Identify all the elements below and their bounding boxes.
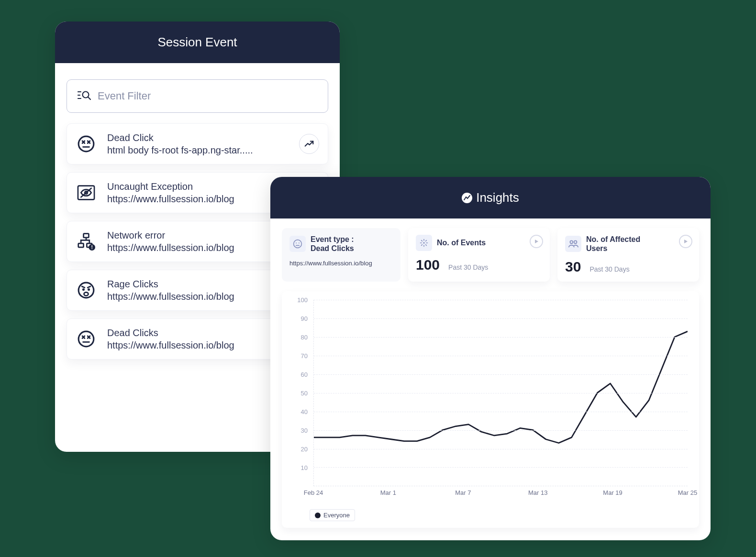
click-burst-icon (416, 235, 432, 251)
svg-point-33 (299, 243, 300, 244)
svg-point-46 (574, 241, 577, 244)
x-tick: Feb 24 (304, 489, 323, 496)
stat-card-users[interactable]: No. of Affected Users 30 Past 30 Days (557, 228, 699, 282)
gridline (314, 393, 688, 393)
chart-card: 100908070605040302010 Feb 24Mar 1Mar 7Ma… (282, 291, 699, 528)
session-event-header: Session Event (55, 22, 340, 63)
svg-point-5 (78, 136, 94, 152)
svg-marker-47 (684, 240, 688, 243)
x-tick: Mar 25 (678, 489, 697, 496)
x-tick: Mar 7 (455, 489, 471, 496)
stat-event-type-label: Event type : (311, 235, 354, 244)
gridline (314, 467, 688, 468)
chart-x-axis: Feb 24Mar 1Mar 7Mar 13Mar 19Mar 25 (313, 486, 688, 505)
stat-card-events[interactable]: No. of Events 100 Past 30 Days (408, 228, 550, 282)
svg-line-23 (88, 286, 90, 287)
y-tick: 20 (301, 446, 308, 453)
rage-face-icon (76, 280, 97, 301)
x-tick: Mar 1 (380, 489, 396, 496)
svg-point-24 (84, 292, 89, 295)
y-tick: 50 (301, 390, 308, 397)
insights-header: Insights (270, 177, 711, 218)
stat-events-label: No. of Events (437, 238, 486, 247)
dead-face-icon (76, 328, 97, 349)
chart-legend[interactable]: Everyone (310, 509, 355, 521)
event-subtitle: html body fs-root fs-app.ng-star..... (107, 144, 289, 156)
insights-body: Event type : Dead Clicks https://www.ful… (270, 218, 711, 537)
x-tick: Mar 13 (528, 489, 547, 496)
chart-plot (313, 300, 688, 486)
svg-rect-15 (78, 243, 84, 247)
legend-label: Everyone (323, 512, 350, 519)
event-title: Dead Click (107, 131, 289, 144)
play-icon[interactable] (679, 235, 692, 248)
y-tick: 100 (297, 296, 308, 304)
svg-rect-14 (84, 234, 89, 238)
users-icon (565, 236, 581, 252)
svg-point-25 (78, 331, 94, 347)
stat-event-type-value: Dead Clicks (311, 244, 354, 253)
gridline (314, 318, 688, 319)
gridline (314, 300, 688, 300)
svg-line-42 (422, 245, 422, 246)
filter-search-icon (78, 89, 91, 103)
gridline (314, 374, 688, 375)
eye-off-icon (76, 182, 97, 203)
session-event-title: Session Event (157, 35, 237, 50)
svg-line-40 (422, 240, 422, 241)
insights-title: Insights (476, 190, 519, 205)
event-filter-input[interactable]: Event Filter (67, 79, 328, 113)
gridline (314, 412, 688, 412)
y-tick: 10 (301, 464, 308, 471)
x-tick: Mar 19 (603, 489, 622, 496)
svg-point-32 (296, 243, 297, 244)
stat-events-period: Past 30 Days (448, 263, 488, 271)
insights-header-icon (462, 193, 472, 203)
gridline (314, 449, 688, 449)
svg-line-43 (426, 240, 427, 241)
svg-point-31 (294, 240, 302, 248)
stat-events-value: 100 (416, 257, 440, 273)
svg-point-21 (88, 288, 90, 291)
event-filter-placeholder: Event Filter (98, 90, 151, 102)
y-tick: 40 (301, 408, 308, 415)
svg-line-41 (426, 245, 427, 246)
network-icon: ! (76, 231, 97, 252)
stat-users-value: 30 (565, 259, 581, 275)
legend-dot-icon (315, 513, 321, 518)
svg-line-4 (88, 97, 90, 99)
stat-users-period: Past 30 Days (589, 265, 629, 273)
gridline (314, 430, 688, 431)
stat-users-label: No. of Affected Users (586, 235, 653, 253)
y-tick: 70 (301, 352, 308, 360)
insights-panel: Insights Event type : Dead Clicks https:… (270, 177, 711, 540)
y-tick: 30 (301, 427, 308, 434)
svg-point-45 (570, 241, 573, 244)
chart-y-axis: 100908070605040302010 (291, 300, 311, 486)
y-tick: 80 (301, 334, 308, 341)
svg-line-22 (82, 286, 85, 287)
stat-card-event-type[interactable]: Event type : Dead Clicks https://www.ful… (282, 228, 400, 282)
dead-face-icon (76, 133, 97, 154)
svg-point-35 (423, 242, 424, 243)
gridline (314, 356, 688, 356)
y-tick: 60 (301, 371, 308, 378)
svg-text:!: ! (91, 244, 93, 250)
gridline (314, 337, 688, 338)
svg-marker-44 (535, 240, 538, 243)
y-tick: 90 (301, 315, 308, 322)
stat-row: Event type : Dead Clicks https://www.ful… (282, 228, 699, 282)
neutral-face-icon (289, 236, 306, 252)
chart-area: 100908070605040302010 Feb 24Mar 1Mar 7Ma… (291, 300, 689, 505)
event-row[interactable]: Dead Clickhtml body fs-root fs-app.ng-st… (67, 123, 328, 164)
play-icon[interactable] (530, 235, 543, 248)
stat-event-type-url: https://www.fullsession.io/blog (289, 260, 393, 267)
event-text: Dead Clickhtml body fs-root fs-app.ng-st… (107, 131, 289, 156)
trend-button[interactable] (299, 134, 319, 154)
svg-point-20 (82, 288, 85, 291)
